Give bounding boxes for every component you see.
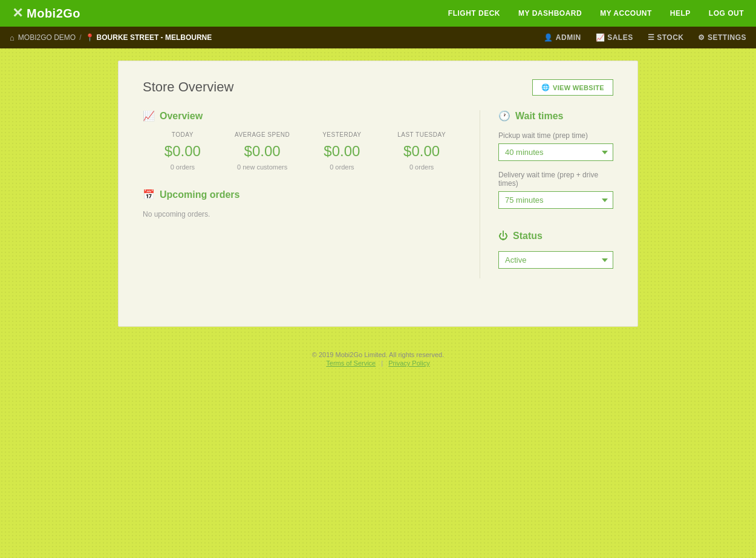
stat-lasttuesday-label: LAST TUESDAY (382, 131, 461, 138)
upcoming-orders-section: 📅 Upcoming orders No upcoming orders. (143, 189, 461, 218)
sales-link[interactable]: 📈 SALES (596, 33, 633, 42)
my-dashboard-link[interactable]: MY DASHBOARD (518, 9, 582, 18)
breadcrumb-separator: / (79, 33, 81, 42)
settings-icon: ⚙ (698, 33, 705, 42)
stock-icon: ☰ (648, 33, 655, 42)
privacy-policy-link[interactable]: Privacy Policy (388, 359, 429, 367)
admin-link[interactable]: 👤 ADMIN (544, 33, 581, 42)
breadcrumb-right: 👤 ADMIN 📈 SALES ☰ STOCK ⚙ SETTINGS (544, 33, 746, 42)
footer: © 2019 Mobi2Go Limited. All rights reser… (0, 351, 756, 367)
page-wrapper: Store Overview 🌐 VIEW WEBSITE 📈 Overview… (0, 48, 756, 339)
copyright-text: © 2019 Mobi2Go Limited. All rights reser… (0, 351, 756, 358)
stat-today-label: TODAY (143, 131, 223, 138)
stats-row: TODAY $0.00 0 orders AVERAGE SPEND $0.00… (143, 131, 461, 171)
breadcrumb-left: ⌂ MOBI2GO DEMO / 📍 BOURKE STREET - MELBO… (10, 33, 212, 42)
wait-times-title: Wait times (515, 111, 563, 122)
stock-link[interactable]: ☰ STOCK (648, 33, 684, 42)
status-header: ⏻ Status (498, 231, 613, 241)
no-orders-message: No upcoming orders. (143, 210, 461, 218)
stat-avg-spend: AVERAGE SPEND $0.00 0 new customers (223, 131, 302, 171)
stat-yesterday: YESTERDAY $0.00 0 orders (302, 131, 382, 171)
footer-separator: | (381, 359, 383, 367)
status-select[interactable]: Active Inactive Busy (498, 251, 613, 269)
stat-today-value: $0.00 (143, 143, 223, 160)
overview-title: Overview (160, 111, 203, 122)
footer-links: Terms of Service | Privacy Policy (0, 359, 756, 367)
clock-icon: 🕐 (498, 110, 510, 122)
stat-yesterday-sub: 0 orders (302, 163, 382, 171)
two-col-layout: 📈 Overview TODAY $0.00 0 orders AVERAGE … (143, 110, 613, 278)
location-label: BOURKE STREET - MELBOURNE (97, 33, 212, 42)
stat-today-sub: 0 orders (143, 163, 223, 171)
breadcrumb-navigation: ⌂ MOBI2GO DEMO / 📍 BOURKE STREET - MELBO… (0, 27, 756, 48)
top-navigation: ✕ Mobi2Go FLIGHT DECK MY DASHBOARD MY AC… (0, 0, 756, 27)
sales-icon: 📈 (596, 33, 605, 42)
admin-icon: 👤 (544, 33, 553, 42)
store-header: Store Overview 🌐 VIEW WEBSITE (143, 79, 613, 96)
breadcrumb-home[interactable]: MOBI2GO DEMO (18, 33, 76, 42)
settings-link[interactable]: ⚙ SETTINGS (698, 33, 746, 42)
stat-lasttuesday-sub: 0 orders (382, 163, 461, 171)
status-title: Status (513, 231, 543, 241)
overview-icon: 📈 (143, 110, 155, 122)
calendar-icon: 📅 (143, 189, 155, 200)
delivery-wait-select[interactable]: 30 minutes 45 minutes 60 minutes 75 minu… (498, 191, 613, 209)
left-column: 📈 Overview TODAY $0.00 0 orders AVERAGE … (143, 110, 480, 278)
help-link[interactable]: HELP (670, 9, 691, 18)
status-section: ⏻ Status Active Inactive Busy (498, 231, 613, 278)
stat-yesterday-value: $0.00 (302, 143, 382, 160)
flight-deck-link[interactable]: FLIGHT DECK (448, 9, 500, 18)
content-card: Store Overview 🌐 VIEW WEBSITE 📈 Overview… (118, 61, 638, 327)
stat-today: TODAY $0.00 0 orders (143, 131, 223, 171)
wait-times-header: 🕐 Wait times (498, 110, 613, 122)
pickup-wait-label: Pickup wait time (prep time) (498, 131, 613, 140)
stat-lasttuesday-value: $0.00 (382, 143, 461, 160)
logo: ✕ Mobi2Go (12, 5, 80, 21)
stat-yesterday-label: YESTERDAY (302, 131, 382, 138)
breadcrumb-location: 📍 BOURKE STREET - MELBOURNE (85, 33, 212, 42)
logout-link[interactable]: LOG OUT (709, 9, 744, 18)
stat-last-tuesday: LAST TUESDAY $0.00 0 orders (382, 131, 461, 171)
right-column: 🕐 Wait times Pickup wait time (prep time… (480, 110, 613, 278)
upcoming-orders-header: 📅 Upcoming orders (143, 189, 461, 200)
logo-text: Mobi2Go (27, 7, 80, 21)
upcoming-orders-title: Upcoming orders (160, 189, 240, 200)
view-website-button[interactable]: 🌐 VIEW WEBSITE (532, 79, 613, 96)
home-icon: ⌂ (10, 33, 15, 42)
globe-icon: 🌐 (541, 84, 550, 91)
terms-of-service-link[interactable]: Terms of Service (326, 359, 376, 367)
top-nav-links: FLIGHT DECK MY DASHBOARD MY ACCOUNT HELP… (448, 9, 744, 18)
power-icon: ⏻ (498, 231, 508, 241)
stat-avg-label: AVERAGE SPEND (223, 131, 302, 138)
logo-icon: ✕ (12, 5, 23, 21)
delivery-wait-label: Delivery wait time (prep + drive times) (498, 171, 613, 188)
location-pin-icon: 📍 (85, 33, 94, 42)
overview-header: 📈 Overview (143, 110, 461, 122)
page-title: Store Overview (143, 79, 233, 95)
stat-avg-value: $0.00 (223, 143, 302, 160)
pickup-wait-select[interactable]: 10 minutes 20 minutes 30 minutes 40 minu… (498, 143, 613, 161)
my-account-link[interactable]: MY ACCOUNT (600, 9, 652, 18)
stat-avg-sub: 0 new customers (223, 163, 302, 171)
